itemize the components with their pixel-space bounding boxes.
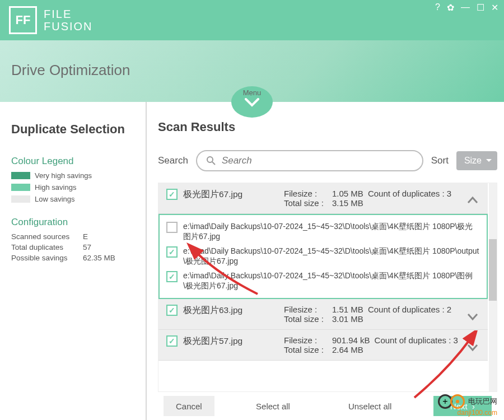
group-meta: Filesize :1.05 MBCount of duplicates : 3…: [284, 189, 480, 208]
unselect-all-button[interactable]: Unselect all: [336, 396, 404, 416]
footer-bar: Cancel Select all Unselect all Next ›: [158, 392, 497, 420]
minimize-icon[interactable]: ―: [461, 2, 470, 13]
help-icon[interactable]: ?: [435, 2, 440, 13]
legend-swatch: [11, 172, 30, 179]
search-box[interactable]: [196, 150, 423, 171]
chevron-down-icon: [244, 98, 260, 108]
file-path: e:\imad\Daily Backups\10-07-2024_15~45~3…: [183, 246, 480, 267]
cancel-button[interactable]: Cancel: [164, 396, 214, 416]
page-title: Drive Optimization: [11, 62, 493, 79]
config-label: Total duplicates: [11, 243, 83, 251]
app-name-line2: FUSION: [44, 20, 93, 32]
result-group: 极光图片63.jpg Filesize :1.51 MBCount of dup…: [158, 299, 488, 330]
chevron-up-icon[interactable]: [466, 195, 479, 208]
select-all-button[interactable]: Select all: [244, 396, 302, 416]
group-meta: Filesize :901.94 kBCount of duplicates :…: [284, 335, 480, 354]
app-name-line1: FILE: [44, 8, 93, 20]
result-group: 极光图片67.jpg Filesize :1.05 MBCount of dup…: [158, 183, 488, 214]
config-row: Total duplicates57: [11, 243, 137, 251]
config-title: Configuration: [11, 217, 137, 228]
group-checkbox[interactable]: [166, 305, 178, 316]
gear-icon[interactable]: ✿: [447, 2, 454, 13]
file-row: e:\imad\Daily Backups\10-07-2024_15~45~3…: [166, 244, 480, 269]
group-filename: 极光图片67.jpg: [183, 189, 278, 200]
menu-label: Menu: [243, 88, 262, 97]
sort-dropdown[interactable]: Size: [456, 151, 497, 170]
group-filename: 极光图片57.jpg: [183, 335, 278, 347]
results-title: Scan Results: [158, 120, 497, 134]
search-input[interactable]: [222, 155, 413, 166]
svg-point-0: [207, 157, 213, 162]
app-logo: FF: [9, 6, 37, 34]
file-path: e:\imad\Daily Backups\10-07-2024_15~45~3…: [183, 271, 480, 291]
legend-label: Low savings: [35, 195, 75, 203]
config-row: Possible savings62.35 MB: [11, 254, 137, 262]
file-row: e:\imad\Daily Backups\10-07-2024_15~45~3…: [166, 269, 480, 293]
config-label: Possible savings: [11, 254, 83, 262]
legend-row: Very high savings: [11, 171, 137, 180]
close-icon[interactable]: ✕: [491, 2, 498, 13]
legend-swatch: [11, 195, 30, 203]
search-icon: [206, 156, 216, 166]
config-row: Scanned sourcesE: [11, 232, 137, 241]
window-controls: ? ✿ ― ☐ ✕: [435, 2, 498, 13]
file-path: e:\imad\Daily Backups\10-07-2024_15~45~3…: [183, 222, 480, 242]
legend-title: Colour Legend: [11, 156, 137, 167]
file-list: e:\imad\Daily Backups\10-07-2024_15~45~3…: [158, 214, 488, 299]
legend-row: Low savings: [11, 195, 137, 203]
results-list: 极光图片67.jpg Filesize :1.05 MBCount of dup…: [158, 183, 497, 392]
chevron-down-icon[interactable]: [466, 311, 479, 324]
titlebar: FF FILE FUSION ? ✿ ― ☐ ✕: [0, 0, 504, 40]
chevron-down-icon[interactable]: [466, 342, 479, 354]
group-checkbox[interactable]: [166, 189, 178, 200]
config-label: Scanned sources: [11, 232, 83, 241]
config-value: E: [83, 232, 88, 241]
file-checkbox[interactable]: [166, 222, 178, 233]
file-row: e:\imad\Daily Backups\10-07-2024_15~45~3…: [166, 220, 480, 244]
content: Scan Results Search Sort Size 极光图片67.jpg…: [147, 102, 504, 420]
app-name: FILE FUSION: [44, 8, 93, 32]
sort-label: Sort: [431, 155, 449, 166]
subheader: Drive Optimization Menu: [0, 40, 504, 102]
legend-swatch: [11, 184, 30, 191]
group-checkbox[interactable]: [166, 335, 178, 347]
config-value: 57: [83, 243, 91, 251]
next-button[interactable]: Next ›: [433, 396, 492, 416]
legend-row: High savings: [11, 183, 137, 192]
svg-line-1: [212, 162, 215, 165]
legend-label: Very high savings: [35, 171, 92, 180]
result-group: 极光图片57.jpg Filesize :901.94 kBCount of d…: [158, 330, 488, 361]
maximize-icon[interactable]: ☐: [477, 2, 484, 13]
scrollbar-thumb[interactable]: [489, 239, 497, 301]
legend-label: High savings: [35, 183, 76, 192]
search-label: Search: [158, 155, 188, 166]
file-checkbox[interactable]: [166, 246, 178, 258]
sidebar-title: Duplicate Selection: [11, 122, 137, 137]
config-value: 62.35 MB: [83, 254, 115, 262]
group-meta: Filesize :1.51 MBCount of duplicates : 2…: [284, 305, 480, 324]
file-checkbox[interactable]: [166, 271, 178, 282]
sidebar: Duplicate Selection Colour Legend Very h…: [0, 102, 147, 420]
menu-tab[interactable]: Menu: [231, 86, 273, 118]
group-filename: 极光图片63.jpg: [183, 305, 278, 316]
